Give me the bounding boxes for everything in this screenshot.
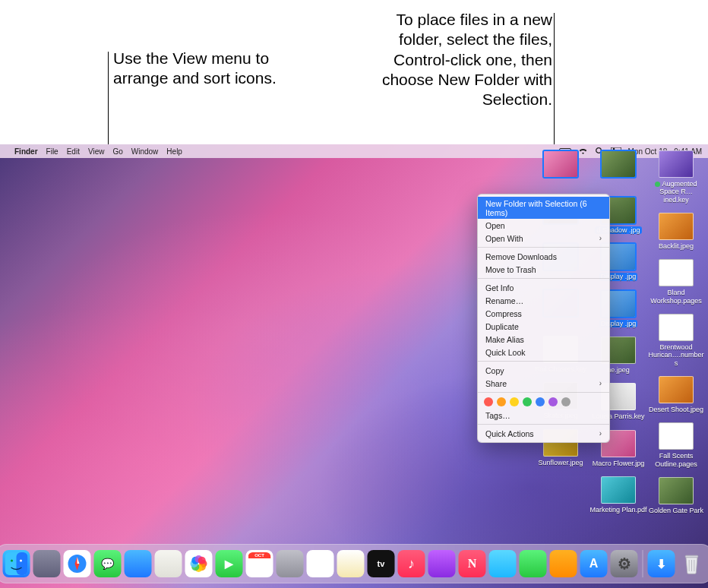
calendar-day: 18 [248, 558, 271, 574]
dock-app-mail[interactable] [125, 550, 152, 577]
dock-app-safari[interactable] [64, 550, 91, 577]
svg-rect-21 [685, 555, 698, 558]
ctx-item[interactable]: Quick Actions› [478, 427, 609, 440]
desktop-file[interactable]: Marketing Plan.pdf [589, 476, 647, 514]
file-label: Desert Shoot.jpeg [647, 406, 705, 413]
ctx-item-label: Open [485, 221, 505, 230]
ctx-item[interactable]: Rename… [478, 294, 609, 307]
dock-app-facetime[interactable]: ▶ [216, 550, 243, 577]
desktop-file[interactable]: Desert Shoot.jpeg [647, 376, 705, 413]
tag-color-dot[interactable] [497, 397, 506, 406]
dock-app-numbers[interactable] [520, 550, 547, 577]
ctx-item[interactable]: Make Alias [478, 333, 609, 346]
dock-app-contacts[interactable] [277, 550, 304, 577]
desktop-file[interactable]: Brentwood Hurican….numbers [647, 314, 705, 367]
ctx-item-label: Get Info [485, 283, 514, 292]
desktop-file[interactable]: Augmented Space R…ined.key [647, 150, 705, 204]
tag-color-dot[interactable] [561, 397, 571, 406]
macos-desktop[interactable]: Finder File Edit View Go Window Help Mon… [0, 144, 708, 588]
dock-app-photos[interactable] [185, 550, 213, 577]
ctx-item[interactable]: Duplicate [478, 320, 609, 333]
menu-go[interactable]: Go [112, 147, 122, 156]
dock-app-podcasts[interactable] [428, 550, 456, 577]
dock-app-app-store[interactable]: A [580, 550, 608, 577]
dock-app-books[interactable] [489, 550, 517, 577]
desktop-file[interactable] [532, 150, 589, 188]
ctx-item[interactable]: Get Info [478, 281, 609, 294]
ctx-item[interactable]: Move to Trash [478, 263, 609, 276]
ctx-item[interactable]: Remove Downloads [478, 250, 609, 263]
dock-app-messages[interactable]: 💬 [94, 550, 122, 577]
dock-app-downloads[interactable]: ⬇ [648, 550, 675, 577]
ctx-item[interactable]: Compress [478, 307, 609, 320]
dock-app-calendar[interactable]: OCT18 [246, 550, 273, 577]
dock-app-news[interactable]: N [459, 550, 486, 577]
dock-app-pages[interactable] [550, 550, 577, 577]
menu-view[interactable]: View [88, 147, 105, 156]
ctx-item-label: Make Alias [485, 335, 524, 344]
ctx-separator [478, 392, 609, 393]
annotation-view-menu: Use the View menu to arrange and sort ic… [113, 49, 288, 89]
file-thumbnail [659, 376, 694, 403]
tag-color-dot[interactable] [523, 397, 532, 406]
ctx-item[interactable]: Share› [478, 377, 609, 390]
ctx-separator [478, 361, 609, 362]
dock-app-system-preferences[interactable]: ⚙ [611, 550, 638, 577]
dock-app-notes[interactable] [337, 550, 365, 577]
dock-divider [643, 550, 643, 577]
dock-app-reminders[interactable] [307, 550, 334, 577]
ctx-item[interactable]: Quick Look [478, 346, 609, 359]
tag-dot-icon [655, 182, 660, 187]
annotation-new-folder: To place files in a new folder, select t… [355, 10, 552, 109]
ctx-item-label: Quick Actions [485, 429, 534, 438]
desktop-file[interactable]: Bland Workshop.pages [647, 259, 705, 305]
desktop-file[interactable] [589, 150, 647, 188]
file-thumbnail [601, 150, 636, 178]
dock-app-maps[interactable] [155, 550, 182, 577]
file-label: Brentwood Hurican….numbers [647, 343, 705, 367]
tag-color-dot[interactable] [484, 397, 493, 406]
ctx-item[interactable]: Tags… [478, 409, 609, 422]
tag-color-dot[interactable] [510, 397, 519, 406]
ctx-tag-colors [478, 395, 609, 409]
desktop-file[interactable]: Backlit.jpeg [647, 213, 705, 250]
file-thumbnail [659, 422, 694, 450]
menu-edit[interactable]: Edit [67, 147, 80, 156]
chevron-right-icon: › [599, 234, 602, 242]
file-thumbnail [543, 150, 578, 178]
dock-app-finder[interactable] [3, 550, 30, 577]
file-thumbnail [659, 259, 694, 286]
file-thumbnail [659, 150, 694, 178]
app-menu[interactable]: Finder [14, 147, 38, 156]
tag-color-dot[interactable] [536, 397, 545, 406]
ctx-item-label: Compress [485, 309, 522, 318]
calendar-month: OCT [248, 552, 271, 558]
desktop-file[interactable]: Golden Gate Park [647, 477, 705, 514]
svg-point-3 [612, 148, 615, 150]
svg-point-9 [20, 560, 22, 562]
dock-app-music[interactable]: ♪ [398, 550, 425, 577]
ctx-separator [478, 247, 609, 248]
file-label: Marketing Plan.pdf [589, 506, 647, 514]
dock-trash[interactable] [678, 550, 706, 577]
ctx-item[interactable]: Open With› [478, 232, 609, 245]
svg-rect-7 [17, 552, 28, 575]
ctx-item-label: Rename… [485, 296, 523, 305]
ctx-item-label: Tags… [485, 411, 510, 420]
ctx-new-folder-with-selection[interactable]: New Folder with Selection (6 Items) [478, 197, 609, 219]
dock-app-tv[interactable]: tv [368, 550, 395, 577]
ctx-item[interactable]: Open [478, 219, 609, 232]
help-annotations: Use the View menu to arrange and sort ic… [0, 0, 708, 144]
ctx-item[interactable]: Copy [478, 364, 609, 377]
dock-app-launchpad[interactable] [33, 550, 61, 577]
menu-window[interactable]: Window [131, 147, 159, 156]
ctx-item-label: Share [485, 379, 507, 388]
ctx-item-label: Open With [485, 234, 523, 243]
menu-help[interactable]: Help [166, 147, 182, 156]
desktop-file[interactable]: Fall Scents Outline.pages [647, 422, 705, 468]
chevron-right-icon: › [599, 379, 602, 387]
menu-file[interactable]: File [46, 147, 58, 156]
desktop-column: Augmented Space R…ined.keyBacklit.jpegBl… [647, 150, 705, 523]
file-label: Sunflower.jpeg [532, 459, 589, 466]
tag-color-dot[interactable] [548, 397, 558, 406]
